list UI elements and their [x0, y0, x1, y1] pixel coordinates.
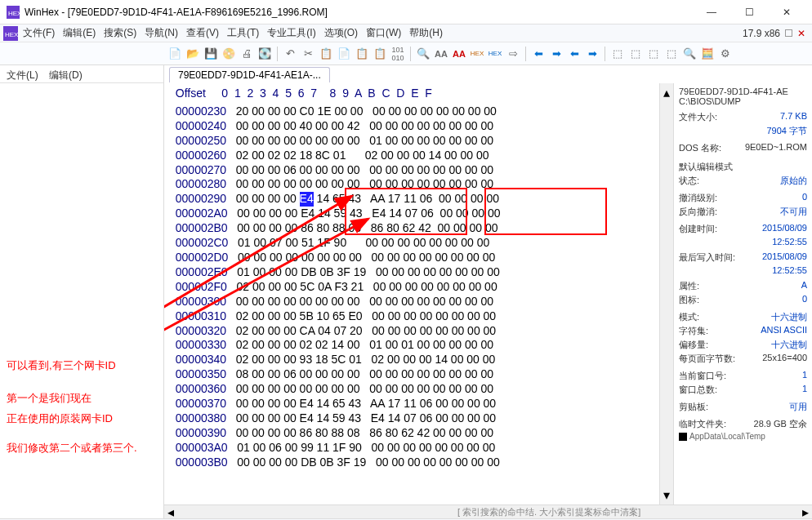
- undo-icon[interactable]: ↶: [283, 47, 297, 61]
- filesize-value: 7.7 KB: [780, 111, 807, 123]
- toolbar: 📄 📂 💾 📀 🖨 💽 ↶ ✂ 📋 📄 📋 📋 101010 🔍 AA AA H…: [0, 42, 812, 65]
- close-button[interactable]: ✕: [768, 0, 805, 24]
- annotation-2a: 第一个是我们现在: [0, 385, 163, 411]
- open-icon[interactable]: 📂: [185, 47, 200, 61]
- menu-search[interactable]: 搜索(S): [104, 26, 136, 40]
- menu-window[interactable]: 窗口(W): [366, 26, 401, 40]
- revundo-value: 不可用: [780, 206, 807, 218]
- minimize-button[interactable]: —: [693, 0, 730, 24]
- svg-text:HEX: HEX: [5, 31, 18, 38]
- cut-icon[interactable]: ✂: [301, 47, 315, 61]
- goto-icon[interactable]: ⇨: [506, 47, 520, 61]
- clip-label: 剪贴板:: [679, 401, 708, 413]
- attr-value: A: [801, 280, 807, 292]
- clip-value: 可用: [789, 401, 807, 413]
- bpp-value: 25x16=400: [762, 353, 807, 365]
- state-label: 状态:: [679, 175, 699, 187]
- disk4-icon[interactable]: ⬚: [664, 47, 679, 61]
- save-icon[interactable]: 💾: [203, 47, 218, 61]
- annotation-3: 我们修改第二个或者第三个.: [0, 435, 163, 461]
- arrow-right-icon[interactable]: ➡: [549, 47, 564, 61]
- arrow-back-icon[interactable]: ⬅: [531, 47, 546, 61]
- menu-tools[interactable]: 工具(T): [227, 26, 259, 40]
- folder-icon: [679, 433, 687, 441]
- file-path-2: C:\BIOS\DUMP: [679, 96, 807, 106]
- disk3-icon[interactable]: ⬚: [646, 47, 661, 61]
- hex-grid[interactable]: Offset 0 1 2 3 4 5 6 7 8 9 A B C D E F 0…: [164, 83, 659, 504]
- copy-icon[interactable]: 📋: [319, 47, 333, 61]
- undo-value: 0: [802, 192, 807, 204]
- disk-icon[interactable]: 💽: [257, 47, 272, 61]
- find-icon[interactable]: 🔍: [416, 47, 431, 61]
- disk1-icon[interactable]: ⬚: [610, 47, 625, 61]
- saveas-icon[interactable]: 📀: [221, 47, 236, 61]
- state-value: 原始的: [780, 175, 807, 187]
- menu-pro-tools[interactable]: 专业工具(I): [267, 26, 315, 40]
- arrow-last-icon[interactable]: ➡: [585, 47, 600, 61]
- dosname-label: DOS 名称:: [679, 142, 721, 154]
- file-path-1: 79E0EDD7-9D1D-4F41-AE: [679, 87, 807, 96]
- zoom-indicator: 17.9 x86 ✕: [743, 28, 805, 39]
- mode-value: 十六进制: [771, 311, 807, 323]
- wintot-value: 1: [802, 384, 807, 396]
- svg-text:HEX: HEX: [8, 10, 20, 17]
- wtime-value: 2015/08/09: [762, 251, 807, 264]
- dosname-value: 9E0ED~1.ROM: [745, 142, 807, 154]
- menu-edit[interactable]: 编辑(E): [63, 26, 96, 40]
- child-close-icon[interactable]: ✕: [797, 28, 805, 39]
- menu-nav[interactable]: 导航(N): [145, 26, 178, 40]
- paste-icon[interactable]: 📄: [337, 47, 351, 61]
- menu-help[interactable]: 帮助(H): [409, 26, 443, 40]
- charset-label: 字符集:: [679, 325, 708, 337]
- leftmenu-file[interactable]: 文件(L): [7, 69, 38, 81]
- offsetmode-value: 十六进制: [771, 339, 807, 351]
- maximize-button[interactable]: ☐: [730, 0, 768, 24]
- icons-value: 0: [802, 294, 807, 306]
- temp-path: AppData\Local\Temp: [689, 432, 765, 441]
- editmode-header: 默认编辑模式: [679, 161, 807, 173]
- annotation-1: 可以看到,有三个网卡ID: [0, 353, 163, 379]
- restore-icon[interactable]: [785, 29, 792, 37]
- temp-value: 28.9 GB 空余: [754, 418, 807, 430]
- details-pane: 79E0EDD7-9D1D-4F41-AE C:\BIOS\DUMP 文件大小:…: [673, 83, 812, 504]
- ctime-label: 创建时间:: [679, 223, 717, 235]
- file-tab[interactable]: 79E0EDD7-9D1D-4F41-AE1A-...: [169, 67, 330, 82]
- window-title: WinHex - [79E0EDD7-9D1D-4F41-AE1A-F89616…: [25, 7, 693, 18]
- undo-label: 撤消级别:: [679, 192, 717, 204]
- annotation-2b: 正在使用的原装网卡ID: [0, 411, 163, 432]
- wintot-label: 窗口总数:: [679, 384, 717, 396]
- mode-label: 模式:: [679, 311, 699, 323]
- bpp-label: 每页面字节数:: [679, 353, 735, 365]
- menu-bar: HEX 文件(F) 编辑(E) 搜索(S) 导航(N) 查看(V) 工具(T) …: [0, 24, 812, 42]
- menu-file[interactable]: 文件(F): [23, 26, 55, 40]
- winno-value: 1: [802, 370, 807, 382]
- arrow-fwd-icon[interactable]: ⬅: [567, 47, 582, 61]
- menu-view[interactable]: 查看(V): [186, 26, 219, 40]
- icons-label: 图标:: [679, 294, 699, 306]
- marker1-icon[interactable]: HEX: [470, 47, 484, 61]
- new-icon[interactable]: 📄: [167, 47, 182, 61]
- hex-view: 79E0EDD7-9D1D-4F41-AE1A-... Offset 0 1 2…: [164, 65, 812, 518]
- print-icon[interactable]: 🖨: [239, 47, 254, 61]
- clipboard1-icon[interactable]: 📋: [355, 47, 369, 61]
- wtime-time: 12:52:55: [772, 265, 807, 275]
- offsetmode-label: 偏移量:: [679, 339, 708, 351]
- search2-icon[interactable]: 🔍: [682, 47, 697, 61]
- marker2-icon[interactable]: HEX: [488, 47, 502, 61]
- left-pane: 文件(L) 编辑(D) 可以看到,有三个网卡ID 第一个是我们现在 正在使用的原…: [0, 65, 164, 518]
- disk2-icon[interactable]: ⬚: [628, 47, 643, 61]
- gear-icon[interactable]: ⚙: [718, 47, 733, 61]
- menu-options[interactable]: 选项(O): [324, 26, 358, 40]
- binary-icon[interactable]: 101010: [390, 47, 405, 61]
- find-hex-icon[interactable]: AA: [434, 47, 448, 61]
- calc-icon[interactable]: 🧮: [700, 47, 715, 61]
- temp-label: 临时文件夹:: [679, 418, 726, 430]
- title-bar: HEX WinHex - [79E0EDD7-9D1D-4F41-AE1A-F8…: [0, 0, 812, 24]
- app-logo-icon: HEX: [3, 26, 18, 41]
- vertical-scrollbar[interactable]: ▴▾: [659, 83, 673, 504]
- leftmenu-edit[interactable]: 编辑(D): [49, 69, 83, 81]
- find-text-icon[interactable]: AA: [452, 47, 466, 61]
- revundo-label: 反向撤消:: [679, 206, 717, 218]
- status-hint: [ 索引搜索的命中结. 大小索引提案标命中清案]: [457, 506, 640, 518]
- clipboard2-icon[interactable]: 📋: [373, 47, 387, 61]
